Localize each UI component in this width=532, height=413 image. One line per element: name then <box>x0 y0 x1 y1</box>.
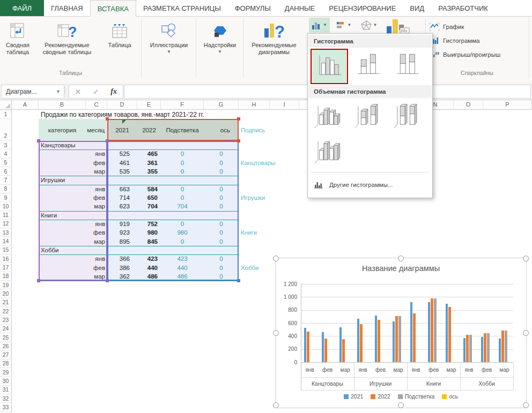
row-header-6[interactable]: 6 <box>0 167 12 176</box>
row-header-30[interactable]: 30 <box>0 377 12 385</box>
chart-type-3d-column[interactable] <box>311 137 346 168</box>
table-button[interactable]: Таблица <box>101 18 138 49</box>
insert-column-chart-button[interactable]: ▼ <box>309 18 330 33</box>
enter-icon[interactable]: ✓ <box>93 88 99 96</box>
more-histograms-item[interactable]: Другие гистограммы... <box>308 174 438 196</box>
column-header-P[interactable]: P <box>483 100 532 110</box>
row-header-28[interactable]: 28 <box>0 359 12 368</box>
row-header-4[interactable]: 4 <box>0 149 12 158</box>
column-header-B[interactable]: B <box>39 100 86 110</box>
tab-file[interactable]: ФАЙЛ <box>0 0 44 16</box>
insert-radar-chart-button[interactable]: ▼ <box>357 18 381 33</box>
chart-resize-handle[interactable] <box>523 330 529 336</box>
row-header-25[interactable]: 25 <box>0 333 12 342</box>
row-header-7[interactable]: 7 <box>0 176 12 184</box>
row-header-8[interactable]: 8 <box>0 185 12 193</box>
pivot-table-button[interactable]: Сводная таблица <box>2 18 33 56</box>
selection-handle-purple[interactable] <box>106 139 109 142</box>
row-header-29[interactable]: 29 <box>0 368 12 377</box>
selection-handle-red[interactable] <box>237 139 240 142</box>
column-header-G[interactable]: G <box>204 100 239 110</box>
row-header-2[interactable]: 2 <box>0 119 12 141</box>
insert-bar-chart-button[interactable]: ▼ <box>332 18 355 33</box>
tab-review[interactable]: РЕЦЕНЗИРОВАНИЕ <box>322 0 403 16</box>
tab-data[interactable]: ДАННЫЕ <box>278 0 322 16</box>
row-header-31[interactable]: 31 <box>0 386 12 394</box>
chart-type-3d-100-stacked-column[interactable] <box>389 101 424 132</box>
x-month-label: фев <box>425 363 442 376</box>
chart-object[interactable]: Название диаграммы02004006008001 0001 20… <box>275 258 527 408</box>
row-header-5[interactable]: 5 <box>0 159 12 167</box>
chart-resize-handle[interactable] <box>398 256 404 261</box>
chart-type-stacked-column[interactable] <box>350 49 385 82</box>
selection-handle-red[interactable] <box>106 117 109 121</box>
y-tick-label: 0 <box>276 359 297 365</box>
row-header-32[interactable]: 32 <box>0 394 12 403</box>
selection-handle-red[interactable] <box>237 117 240 121</box>
sparkline-line-button[interactable]: График <box>429 20 464 33</box>
chart-resize-handle[interactable] <box>273 402 279 408</box>
cancel-icon[interactable]: ✕ <box>75 88 81 96</box>
row-header-9[interactable]: 9 <box>0 193 12 202</box>
row-header-17[interactable]: 17 <box>0 263 12 272</box>
tab-view[interactable]: ВИД <box>403 0 431 16</box>
chart-type-clustered-column[interactable] <box>311 49 348 84</box>
recommended-charts-button[interactable]: ? Рекомендуемые диаграммы <box>245 18 304 56</box>
selection-handle-purple[interactable] <box>106 279 109 282</box>
sparkline-winloss-button[interactable]: Выигрыш/проигрыш <box>429 48 500 61</box>
chart-resize-handle[interactable] <box>523 256 529 261</box>
row-header-24[interactable]: 24 <box>0 325 12 333</box>
tab-formulas[interactable]: ФОРМУЛЫ <box>228 0 278 16</box>
tab-home[interactable]: ГЛАВНАЯ <box>44 0 90 16</box>
tab-developer[interactable]: РАЗРАБОТЧИК <box>431 0 495 16</box>
chart-type-3d-stacked-column[interactable] <box>350 101 385 132</box>
row-header-20[interactable]: 20 <box>0 289 12 298</box>
row-header-16[interactable]: 16 <box>0 254 12 263</box>
chart-type-3d-clustered-column[interactable] <box>311 101 346 132</box>
name-box[interactable]: Диаграм... ▼ <box>1 85 64 99</box>
selection-handle-blue[interactable] <box>237 279 240 282</box>
column-header-E[interactable]: E <box>137 100 161 110</box>
column-header-O[interactable]: O <box>454 100 483 110</box>
row-header-12[interactable]: 12 <box>0 220 12 228</box>
pivot-chart-button[interactable] <box>384 18 412 33</box>
column-header-D[interactable]: D <box>107 100 137 110</box>
column-header-C[interactable]: C <box>86 100 107 110</box>
row-header-14[interactable]: 14 <box>0 237 12 245</box>
recommended-pivots-button[interactable]: ? Рекомендуемые сводные таблицы <box>34 18 100 56</box>
name-box-dropdown-icon[interactable]: ▼ <box>56 89 61 94</box>
tab-page-layout[interactable]: РАЗМЕТКА СТРАНИЦЫ <box>136 0 228 16</box>
column-header-A[interactable]: A <box>12 100 39 110</box>
row-header-23[interactable]: 23 <box>0 316 12 324</box>
row-header-1[interactable]: 1 <box>0 110 12 119</box>
illustrations-button[interactable]: Иллюстрации ▼ <box>144 18 194 54</box>
column-header-F[interactable]: F <box>161 100 204 110</box>
selection-handle-purple[interactable] <box>37 279 40 282</box>
row-header-27[interactable]: 27 <box>0 351 12 359</box>
select-all-corner[interactable] <box>0 100 12 110</box>
row-header-10[interactable]: 10 <box>0 202 12 211</box>
row-header-26[interactable]: 26 <box>0 342 12 350</box>
column-header-H[interactable]: H <box>239 100 270 110</box>
row-header-19[interactable]: 19 <box>0 281 12 289</box>
sparkline-column-button[interactable]: Гистограмма <box>429 34 479 47</box>
addins-button[interactable]: Надстройки ▼ <box>197 18 242 54</box>
selection-handle-purple[interactable] <box>37 139 40 142</box>
chart-resize-handle[interactable] <box>398 402 404 408</box>
column-header-I[interactable]: I <box>270 100 299 110</box>
chart-type-100-stacked-column[interactable] <box>389 49 424 82</box>
insert-function-icon[interactable]: fx <box>110 87 117 96</box>
row-header-11[interactable]: 11 <box>0 211 12 220</box>
row-header-21[interactable]: 21 <box>0 298 12 307</box>
row-header-13[interactable]: 13 <box>0 228 12 237</box>
chart-resize-handle[interactable] <box>273 330 279 336</box>
row-header-3[interactable]: 3 <box>0 141 12 149</box>
chart-resize-handle[interactable] <box>273 256 279 261</box>
row-header-15[interactable]: 15 <box>0 246 12 254</box>
row-header-22[interactable]: 22 <box>0 307 12 316</box>
chart-resize-handle[interactable] <box>523 402 529 408</box>
row-header-33[interactable]: 33 <box>0 403 12 411</box>
tab-insert[interactable]: ВСТАВКА <box>90 0 136 17</box>
band-separator <box>513 362 514 390</box>
row-header-18[interactable]: 18 <box>0 272 12 281</box>
